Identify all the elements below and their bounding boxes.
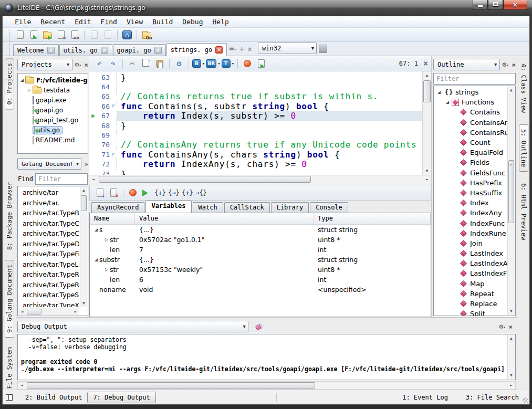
variable-row[interactable]: ◢s{...}struct string: [90, 225, 431, 235]
outline-function-lastindexany[interactable]: LastIndexAny: [435, 258, 507, 268]
step-over-icon[interactable]: {→}: [168, 187, 180, 199]
outline-function-indexrune[interactable]: IndexRune: [435, 228, 507, 238]
dock-tab-4-class-view[interactable]: 4: Class View: [519, 59, 528, 117]
line-number[interactable]: 69: [97, 131, 111, 139]
stop-debug-icon[interactable]: ×: [107, 187, 120, 199]
doc-list-item[interactable]: archive/tar.TypeBlock: [19, 208, 79, 218]
line-number[interactable]: 64: [97, 83, 111, 91]
toggle-panels-icon[interactable]: [6, 394, 13, 401]
build-run-menu-button[interactable]: BR▾: [206, 58, 220, 70]
dock-tab-file-system[interactable]: File System: [5, 343, 14, 390]
continue-icon[interactable]: [140, 187, 153, 199]
step-out-icon[interactable]: {↑}: [181, 187, 194, 199]
tree-expander-icon[interactable]: ◢: [19, 78, 25, 82]
tree-expander-icon[interactable]: ◢: [436, 90, 442, 95]
outline-function-containsrune[interactable]: ContainsRune: [435, 128, 507, 138]
variable-row[interactable]: nonamevoid<unspecified>: [90, 285, 431, 295]
export-icon[interactable]: [255, 58, 267, 70]
add-tab-icon[interactable]: +: [239, 46, 244, 54]
close-button[interactable]: ×: [503, 0, 527, 10]
outline-function-split[interactable]: Split: [435, 309, 507, 316]
menu-file[interactable]: File: [10, 17, 36, 27]
outline-vscrollbar[interactable]: ▲ ≡ ▼: [507, 87, 515, 315]
outline-function-contains[interactable]: Contains: [435, 107, 507, 117]
tab-goapi-go[interactable]: goapi. go×: [113, 44, 166, 56]
line-number[interactable]: 70: [97, 141, 111, 149]
outline-function-count[interactable]: Count: [435, 138, 507, 148]
code-line[interactable]: 72 return IndexAny(s, chars) >= 0: [89, 160, 422, 169]
close-icon[interactable]: ×: [101, 47, 108, 54]
menu-find[interactable]: Find: [96, 17, 122, 27]
dock-tab-8-package-browser[interactable]: 8: Package Browser: [5, 177, 14, 254]
run-to-line-icon[interactable]: →{}: [195, 187, 207, 199]
code-line[interactable]: 64: [89, 82, 422, 91]
maximize-button[interactable]: [488, 0, 503, 10]
column-header-value[interactable]: Value: [135, 213, 314, 224]
variable-row[interactable]: ◢substr{...}struct string: [90, 255, 431, 265]
code-line[interactable]: 63}: [89, 72, 422, 82]
menu-edit[interactable]: Edit: [70, 17, 96, 27]
tree-expander-icon[interactable]: ◢: [444, 100, 451, 104]
tree-item-utils-go[interactable]: utils.go: [18, 125, 88, 135]
outline-function-repeat[interactable]: Repeat: [435, 289, 507, 299]
outline-function-lastindex[interactable]: LastIndex: [435, 248, 507, 258]
outline-function-join[interactable]: Join: [435, 238, 507, 248]
outline-function-indexany[interactable]: IndexAny: [435, 208, 507, 218]
menu-help[interactable]: Help: [208, 17, 234, 27]
close-icon[interactable]: ×: [84, 61, 88, 68]
home-icon[interactable]: ⌂: [121, 29, 133, 41]
outline-function-fieldsfunc[interactable]: FieldsFunc: [435, 168, 507, 178]
doc-list-item[interactable]: archive/tar.TypeXGlobalHeader: [19, 300, 79, 308]
paste-icon[interactable]: [153, 58, 166, 70]
status-3-file-search[interactable]: 3: File Search: [461, 392, 524, 403]
close-icon[interactable]: ×: [508, 323, 513, 330]
minimize-button[interactable]: [473, 0, 488, 10]
tree-expander-icon[interactable]: ◢: [93, 257, 99, 262]
variable-row[interactable]: len6int: [90, 275, 431, 285]
debug-tab-watch[interactable]: Watch: [193, 202, 223, 213]
test-menu-button[interactable]: T▾: [222, 58, 234, 70]
doc-list-item[interactable]: archive/tar.TypeCont: [19, 228, 79, 239]
tree-expander-icon[interactable]: ▷: [26, 88, 33, 92]
close-icon[interactable]: ×: [47, 47, 55, 54]
menu-debug[interactable]: Debug: [178, 17, 207, 27]
doc-list-hscrollbar[interactable]: ◄ ►: [18, 308, 79, 315]
tree-item-goapi-go[interactable]: goapi.go: [18, 105, 88, 115]
save-all-icon[interactable]: ▪▪: [68, 29, 81, 41]
outline-root[interactable]: ◢{}strings: [435, 87, 507, 97]
line-number[interactable]: 67: [97, 112, 111, 120]
build-target-combo[interactable]: win32 ▼: [258, 43, 317, 54]
code-editor[interactable]: 63}6465// Contains returns true if subst…: [89, 71, 431, 175]
overflow-chevron-icon[interactable]: »: [84, 161, 88, 167]
output-selector-combo[interactable]: Debug Output ▼: [17, 321, 248, 332]
tree-expander-icon[interactable]: ▷: [103, 237, 110, 242]
settings-gear-icon[interactable]: ⚙: [173, 58, 185, 70]
outline-function-fields[interactable]: Fields: [435, 158, 507, 167]
outline-function-replace[interactable]: Replace: [435, 299, 507, 309]
clear-output-icon[interactable]: [255, 323, 264, 330]
open-folder-icon[interactable]: [41, 29, 54, 41]
outline-function-map[interactable]: Map: [435, 279, 507, 289]
doc-list-vscrollbar[interactable]: ▲ ▼: [80, 187, 87, 307]
open-file-icon[interactable]: [27, 29, 40, 41]
outline-function-lastindexfunc[interactable]: LastIndexFunc: [435, 268, 507, 278]
redo-icon[interactable]: ↷: [107, 58, 119, 70]
start-debug-icon[interactable]: ↓: [93, 187, 106, 199]
project-tree[interactable]: ◢F:/vfc/liteide-git▷testdatagoapi.exegoa…: [17, 73, 88, 154]
tree-expander-icon[interactable]: ▷: [103, 267, 110, 272]
code-line[interactable]: 69: [89, 130, 422, 140]
line-number[interactable]: 65: [97, 92, 111, 100]
output-console[interactable]: -sep=", ": setup separators -v=false: ve…: [17, 334, 516, 380]
code-line[interactable]: 70// ContainsAny returns true if any Uni…: [89, 140, 422, 150]
close-document-icon[interactable]: [101, 29, 114, 41]
dock-tab-9-golang-document[interactable]: 9: Golang Document: [5, 260, 14, 338]
doc-filter-input[interactable]: [35, 173, 88, 185]
line-number[interactable]: 66: [97, 102, 111, 110]
code-line[interactable]: 73}: [89, 169, 422, 175]
editor-hscrollbar[interactable]: ◄ ►: [89, 175, 431, 183]
line-number[interactable]: 73: [97, 170, 111, 175]
outline-panel-combo[interactable]: Outline ▼: [433, 59, 500, 70]
doc-list-item[interactable]: archive/tar.TypeSymlink: [19, 290, 79, 300]
tab-utils-go[interactable]: utils. go×: [59, 44, 112, 56]
outline-function-equalfold[interactable]: EqualFold: [435, 148, 507, 158]
